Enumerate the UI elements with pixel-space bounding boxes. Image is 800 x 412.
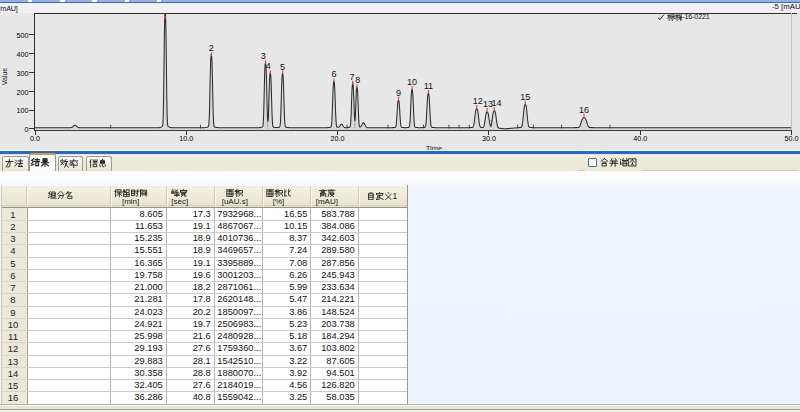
- svg-text:14: 14: [491, 98, 501, 108]
- svg-text:16: 16: [579, 105, 589, 115]
- svg-text:15: 15: [520, 92, 530, 102]
- svg-text:9: 9: [396, 88, 401, 98]
- svg-text:10: 10: [407, 77, 417, 87]
- svg-text:6: 6: [331, 69, 336, 79]
- svg-text:2: 2: [209, 43, 214, 53]
- svg-text:11: 11: [424, 81, 433, 91]
- svg-text:12: 12: [473, 96, 483, 106]
- svg-text:4: 4: [266, 61, 271, 71]
- svg-text:8: 8: [355, 75, 360, 85]
- svg-text:5: 5: [280, 62, 285, 72]
- svg-text:7: 7: [349, 72, 354, 82]
- svg-text:3: 3: [261, 51, 266, 61]
